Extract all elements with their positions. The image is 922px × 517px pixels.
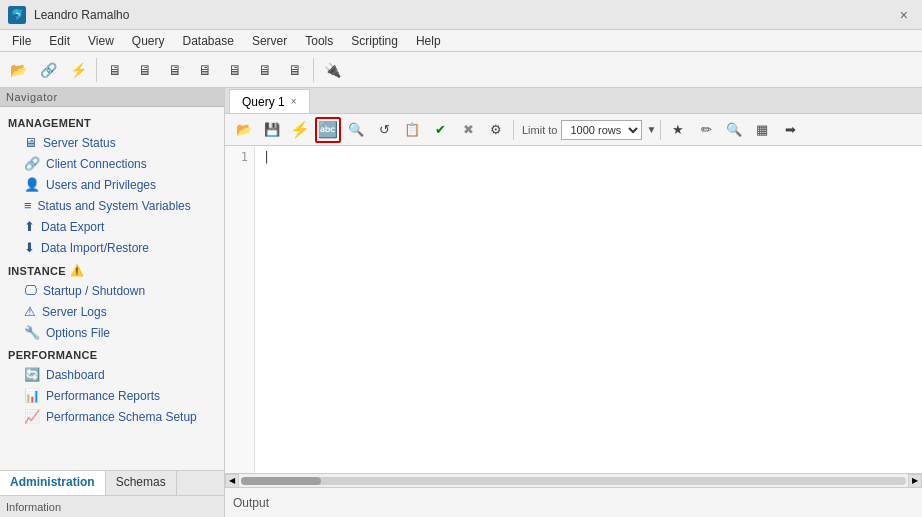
info-bar: Information bbox=[0, 495, 224, 517]
app-icon: 🐬 bbox=[8, 6, 26, 24]
scroll-track[interactable] bbox=[241, 477, 906, 485]
nav-status-variables[interactable]: ≡ Status and System Variables bbox=[0, 195, 224, 216]
query-tabs-bar: Query 1 × bbox=[225, 88, 922, 114]
limit-dropdown[interactable]: 1000 rows 500 rows 100 rows No Limit bbox=[561, 120, 642, 140]
users-icon: 👤 bbox=[24, 177, 40, 192]
qt-open-btn[interactable]: 📂 bbox=[231, 117, 257, 143]
scroll-left-arrow[interactable]: ◀ bbox=[225, 474, 239, 488]
nav-performance-schema[interactable]: 📈 Performance Schema Setup bbox=[0, 406, 224, 427]
qt-edit-btn[interactable]: ✏ bbox=[693, 117, 719, 143]
nav-performance-reports[interactable]: 📊 Performance Reports bbox=[0, 385, 224, 406]
nav-data-export[interactable]: ⬆ Data Export bbox=[0, 216, 224, 237]
main-layout: Navigator MANAGEMENT 🖥 Server Status 🔗 C… bbox=[0, 88, 922, 517]
qt-execute-btn[interactable]: ⚡ bbox=[287, 117, 313, 143]
toolbar-btn-4[interactable]: 🖥 bbox=[101, 56, 129, 84]
toolbar-btn-6[interactable]: 🖥 bbox=[161, 56, 189, 84]
import-icon: ⬇ bbox=[24, 240, 35, 255]
qt-stop-btn[interactable]: ✖ bbox=[455, 117, 481, 143]
startup-icon: 🖵 bbox=[24, 283, 37, 298]
qt-check-btn[interactable]: ✔ bbox=[427, 117, 453, 143]
menu-database[interactable]: Database bbox=[175, 32, 242, 50]
h-scroll-bar[interactable]: ◀ ▶ bbox=[225, 473, 922, 487]
menu-tools[interactable]: Tools bbox=[297, 32, 341, 50]
nav-users-privileges[interactable]: 👤 Users and Privileges bbox=[0, 174, 224, 195]
nav-data-import[interactable]: ⬇ Data Import/Restore bbox=[0, 237, 224, 258]
title-bar: 🐬 Leandro Ramalho × bbox=[0, 0, 922, 30]
editor-content-area[interactable] bbox=[255, 146, 922, 473]
qt-settings-btn[interactable]: ⚙ bbox=[483, 117, 509, 143]
toolbar-btn-2[interactable]: 🔗 bbox=[34, 56, 62, 84]
qt-history-btn[interactable]: 📋 bbox=[399, 117, 425, 143]
editor-cursor bbox=[263, 150, 270, 164]
query-tab-close[interactable]: × bbox=[291, 96, 297, 107]
qt-export-btn[interactable]: ➡ bbox=[777, 117, 803, 143]
qt-format-btn[interactable]: 🔤 bbox=[315, 117, 341, 143]
qt-refresh-btn[interactable]: ↺ bbox=[371, 117, 397, 143]
main-toolbar: 📂 🔗 ⚡ 🖥 🖥 🖥 🖥 🖥 🖥 🖥 🔌 bbox=[0, 52, 922, 88]
toolbar-btn-9[interactable]: 🖥 bbox=[251, 56, 279, 84]
menu-scripting[interactable]: Scripting bbox=[343, 32, 406, 50]
toolbar-btn-8[interactable]: 🖥 bbox=[221, 56, 249, 84]
toolbar-btn-7[interactable]: 🖥 bbox=[191, 56, 219, 84]
qt-separator-1 bbox=[513, 120, 514, 140]
nav-options-file[interactable]: 🔧 Options File bbox=[0, 322, 224, 343]
limit-label: Limit to bbox=[522, 124, 557, 136]
qt-star-btn[interactable]: ★ bbox=[665, 117, 691, 143]
navigator-panel: Navigator MANAGEMENT 🖥 Server Status 🔗 C… bbox=[0, 88, 225, 517]
toolbar-sep-2 bbox=[313, 58, 314, 82]
menu-view[interactable]: View bbox=[80, 32, 122, 50]
navigator-tabs: Administration Schemas bbox=[0, 470, 224, 495]
output-area: Output bbox=[225, 487, 922, 517]
toolbar-btn-5[interactable]: 🖥 bbox=[131, 56, 159, 84]
limit-arrow[interactable]: ▼ bbox=[646, 124, 656, 135]
variables-icon: ≡ bbox=[24, 198, 32, 213]
menu-query[interactable]: Query bbox=[124, 32, 173, 50]
line-numbers: 1 bbox=[225, 146, 255, 473]
qt-save-btn[interactable]: 💾 bbox=[259, 117, 285, 143]
export-icon: ⬆ bbox=[24, 219, 35, 234]
output-label: Output bbox=[233, 496, 269, 510]
menu-edit[interactable]: Edit bbox=[41, 32, 78, 50]
tab-schemas[interactable]: Schemas bbox=[106, 471, 177, 495]
nav-client-connections[interactable]: 🔗 Client Connections bbox=[0, 153, 224, 174]
nav-server-status[interactable]: 🖥 Server Status bbox=[0, 132, 224, 153]
query-editor: 1 bbox=[225, 146, 922, 473]
toolbar-sep-1 bbox=[96, 58, 97, 82]
qt-cols-btn[interactable]: ▦ bbox=[749, 117, 775, 143]
title-text: Leandro Ramalho bbox=[34, 8, 129, 22]
nav-dashboard[interactable]: 🔄 Dashboard bbox=[0, 364, 224, 385]
info-label: Information bbox=[6, 501, 61, 513]
qt-separator-2 bbox=[660, 120, 661, 140]
title-bar-left: 🐬 Leandro Ramalho bbox=[8, 6, 129, 24]
schema-icon: 📈 bbox=[24, 409, 40, 424]
navigator-content: MANAGEMENT 🖥 Server Status 🔗 Client Conn… bbox=[0, 107, 224, 470]
query-tab-1[interactable]: Query 1 × bbox=[229, 89, 310, 113]
toolbar-btn-10[interactable]: 🖥 bbox=[281, 56, 309, 84]
nav-server-logs[interactable]: ⚠ Server Logs bbox=[0, 301, 224, 322]
options-icon: 🔧 bbox=[24, 325, 40, 340]
close-button[interactable]: × bbox=[894, 5, 914, 25]
toolbar-btn-1[interactable]: 📂 bbox=[4, 56, 32, 84]
line-number-1: 1 bbox=[231, 150, 248, 164]
dashboard-icon: 🔄 bbox=[24, 367, 40, 382]
menu-help[interactable]: Help bbox=[408, 32, 449, 50]
logs-icon: ⚠ bbox=[24, 304, 36, 319]
menu-file[interactable]: File bbox=[4, 32, 39, 50]
menu-bar: File Edit View Query Database Server Too… bbox=[0, 30, 922, 52]
query-tab-label: Query 1 bbox=[242, 95, 285, 109]
scroll-thumb[interactable] bbox=[241, 477, 321, 485]
scroll-right-arrow[interactable]: ▶ bbox=[908, 474, 922, 488]
toolbar-btn-11[interactable]: 🔌 bbox=[318, 56, 346, 84]
tab-administration[interactable]: Administration bbox=[0, 471, 106, 495]
toolbar-btn-3[interactable]: ⚡ bbox=[64, 56, 92, 84]
reports-icon: 📊 bbox=[24, 388, 40, 403]
section-management: MANAGEMENT bbox=[0, 111, 224, 132]
server-status-icon: 🖥 bbox=[24, 135, 37, 150]
section-performance: PERFORMANCE bbox=[0, 343, 224, 364]
content-area: Query 1 × 📂 💾 ⚡ 🔤 🔍 ↺ 📋 ✔ ✖ ⚙ Limit to 1… bbox=[225, 88, 922, 517]
nav-startup-shutdown[interactable]: 🖵 Startup / Shutdown bbox=[0, 280, 224, 301]
menu-server[interactable]: Server bbox=[244, 32, 295, 50]
qt-zoom-btn[interactable]: 🔍 bbox=[721, 117, 747, 143]
instance-warning-icon: ⚠️ bbox=[70, 264, 84, 277]
qt-search-btn[interactable]: 🔍 bbox=[343, 117, 369, 143]
